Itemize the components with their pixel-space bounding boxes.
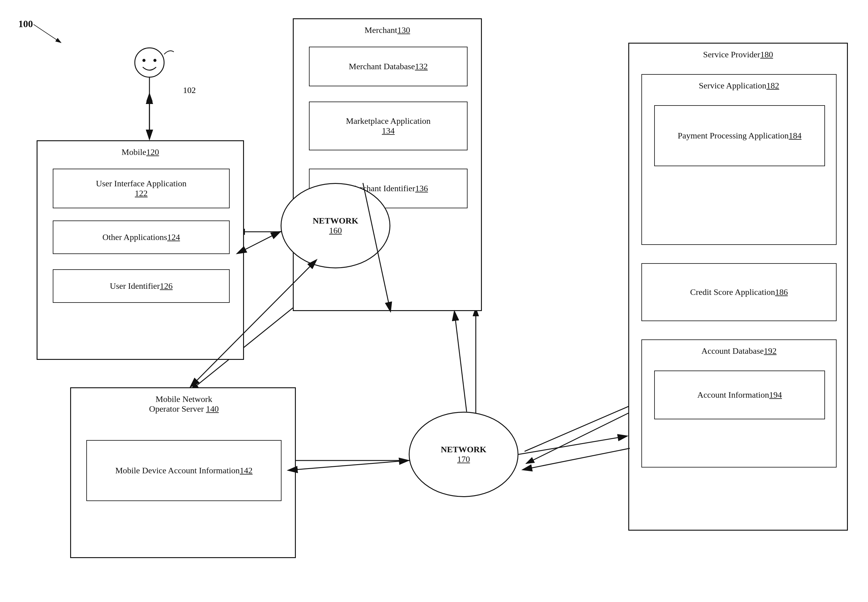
svg-line-24 [518, 436, 627, 455]
person-label: 102 [183, 85, 196, 95]
svg-line-8 [525, 402, 638, 452]
merchant-id-number: 136 [415, 184, 428, 193]
svg-point-14 [154, 59, 157, 62]
mobile-other-apps-label: Other Applications [103, 232, 167, 242]
mobile-other-apps-number: 124 [167, 232, 180, 242]
network170-number: 170 [441, 455, 486, 464]
mobile-user-id-box: User Identifier126 [53, 269, 230, 303]
mobile-label: Mobile [122, 147, 146, 157]
mobile-other-apps-box: Other Applications124 [53, 221, 230, 254]
account-info-number: 194 [769, 390, 782, 399]
network-160-ellipse: NETWORK 160 [281, 183, 390, 268]
mobile-ui-app-box: User Interface Application 122 [53, 169, 230, 208]
service-app-number: 182 [767, 81, 779, 90]
account-db-label: Account Database [702, 346, 764, 356]
payment-app-box: Payment Processing Application184 [654, 105, 825, 166]
account-db-number: 192 [764, 346, 776, 356]
credit-score-number: 186 [775, 287, 788, 297]
mno-number: 140 [206, 404, 219, 413]
svg-line-19 [244, 232, 280, 250]
network160-label: NETWORK [313, 216, 358, 226]
marketplace-app-label: Marketplace Application [346, 116, 431, 126]
network-170-ellipse: NETWORK 170 [409, 412, 518, 497]
mno-info-label: Mobile Device Account Information [115, 466, 240, 475]
service-provider-number: 180 [760, 50, 773, 59]
merchant-outer-box: Merchant130 Merchant Database132 Marketp… [293, 18, 482, 311]
credit-score-label: Credit Score Application [690, 287, 775, 297]
service-provider-outer-box: Service Provider180 Service Application1… [628, 43, 848, 531]
merchant-label: Merchant [364, 25, 397, 35]
svg-line-11 [34, 25, 61, 43]
credit-score-box: Credit Score Application186 [641, 263, 837, 321]
svg-line-10 [526, 408, 638, 464]
service-app-outer-box: Service Application182 Payment Processin… [641, 74, 837, 245]
service-app-label: Service Application [699, 81, 767, 90]
network160-number: 160 [313, 226, 358, 235]
account-info-label: Account Information [697, 390, 769, 399]
mobile-user-id-label: User Identifier [110, 281, 160, 291]
mno-label: Mobile NetworkOperator Server [149, 394, 212, 413]
mobile-outer-box: Mobile120 User Interface Application 122… [37, 140, 244, 360]
account-db-outer-box: Account Database192 Account Information1… [641, 339, 837, 467]
svg-point-12 [135, 48, 164, 77]
mobile-ui-app-label: User Interface Application [96, 179, 187, 188]
person-icon [119, 46, 180, 101]
svg-line-22 [296, 461, 408, 470]
diagram: 100 102 Mobile120 User Interface A [0, 0, 868, 602]
svg-point-13 [143, 59, 146, 62]
network170-label: NETWORK [441, 445, 486, 455]
merchant-number: 130 [397, 25, 410, 35]
marketplace-app-number: 134 [382, 126, 395, 135]
mno-info-number: 142 [240, 466, 252, 475]
merchant-db-box: Merchant Database132 [309, 47, 467, 86]
svg-line-25 [523, 448, 630, 470]
mno-info-box: Mobile Device Account Information142 [86, 440, 281, 501]
mobile-ui-app-number: 122 [135, 189, 147, 198]
merchant-db-label: Merchant Database [349, 61, 415, 71]
payment-app-number: 184 [789, 131, 802, 140]
merchant-db-number: 132 [415, 61, 428, 71]
mobile-number: 120 [146, 147, 159, 157]
fig-arrow [31, 22, 67, 46]
account-info-box: Account Information194 [654, 370, 825, 419]
service-provider-label: Service Provider [703, 50, 760, 59]
marketplace-app-box: Marketplace Application 134 [309, 101, 467, 150]
mobile-user-id-number: 126 [160, 281, 173, 291]
mno-outer-box: Mobile NetworkOperator Server 140 Mobile… [70, 387, 296, 558]
payment-app-label: Payment Processing Application [678, 131, 789, 140]
svg-line-23 [455, 312, 467, 412]
